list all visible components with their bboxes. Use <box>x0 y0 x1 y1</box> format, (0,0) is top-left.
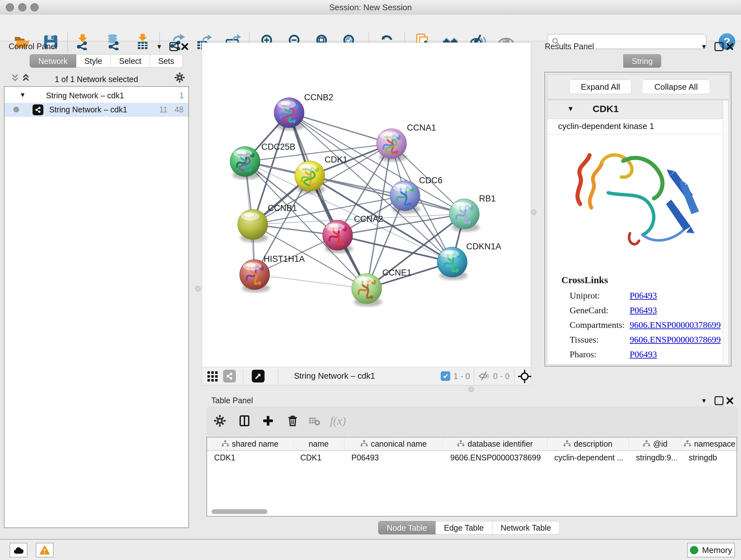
network-collection-row[interactable]: ▼ String Network – cdk1 1 <box>4 89 188 103</box>
table-panel-title: Table Panel <box>211 396 253 405</box>
import-table-file-icon[interactable] <box>133 33 152 51</box>
column-header-id[interactable]: @id <box>629 437 682 450</box>
node-label: CCNB1 <box>268 203 297 213</box>
column-header-namespace[interactable]: namespace <box>682 437 737 450</box>
network-options-gear-icon[interactable] <box>174 73 185 82</box>
results-panel-close-icon[interactable] <box>724 42 735 51</box>
string-network-icon <box>32 105 44 115</box>
network-node-cdc25b[interactable] <box>230 146 260 179</box>
tab-network-table[interactable]: Network Table <box>492 521 560 535</box>
grid-mode-icon[interactable] <box>207 371 218 383</box>
expand-all-button[interactable]: Expand All <box>569 79 631 94</box>
table-gear-icon[interactable] <box>211 412 229 430</box>
viewbar-separator <box>514 369 515 383</box>
control-panel-tabs: NetworkStyleSelectSets <box>30 54 183 68</box>
detach-view-icon[interactable] <box>252 370 265 382</box>
tab-node-table[interactable]: Node Table <box>378 521 435 535</box>
tab-sets[interactable]: Sets <box>150 54 183 68</box>
network-edge[interactable] <box>289 113 392 144</box>
crosslink-tissues-link[interactable]: 9606.ENSP00000378699 <box>630 334 721 345</box>
hidden-eye-icon[interactable] <box>478 371 490 382</box>
gene-name: CDK1 <box>593 104 619 114</box>
gene-collapse-arrow-icon[interactable]: ▼ <box>567 105 574 113</box>
crosslink-genecard-link[interactable]: P06493 <box>630 305 657 315</box>
delete-column-trash-icon[interactable] <box>284 412 301 430</box>
column-header-label: canonical name <box>371 439 427 449</box>
tree-column-icon <box>360 439 367 449</box>
tree-column-icon <box>563 439 570 449</box>
node-label: CDKN1A <box>466 242 501 251</box>
horizontal-scrollbar[interactable] <box>212 509 267 514</box>
results-panel-tabs: String <box>623 54 661 68</box>
network-edge[interactable] <box>338 235 452 262</box>
show-columns-icon[interactable] <box>235 412 253 430</box>
control-panel-undock-icon[interactable] <box>169 42 179 51</box>
crosslink-uniprot-link[interactable]: P06493 <box>630 291 657 300</box>
tab-select[interactable]: Select <box>111 54 150 68</box>
control-panel-close-icon[interactable] <box>179 42 190 51</box>
network-node-ccna2[interactable] <box>323 220 353 253</box>
column-header-label: name <box>309 439 329 449</box>
network-node-ccnb2[interactable] <box>274 98 305 131</box>
table-panel-undock-icon[interactable] <box>714 396 724 406</box>
crosslink-compartments-link[interactable]: 9606.ENSP00000378699 <box>630 320 721 330</box>
network-node-rb1[interactable] <box>449 199 480 232</box>
view-string-icon[interactable] <box>223 370 236 382</box>
collapse-all-button[interactable]: Collapse All <box>642 79 711 94</box>
node-label: CCNA1 <box>407 123 436 132</box>
tab-style[interactable]: Style <box>76 54 111 68</box>
network-node-cdc6[interactable] <box>390 181 420 213</box>
column-header-database-identifier[interactable]: database identifier <box>443 437 547 450</box>
column-header-canonical-name[interactable]: canonical name <box>344 437 443 450</box>
results-panel-undock-icon[interactable] <box>714 42 724 51</box>
memory-status-dot-icon <box>690 546 698 554</box>
node-label: RB1 <box>479 194 496 203</box>
import-network-database-icon[interactable] <box>104 33 123 51</box>
collection-expand-arrow-icon[interactable]: ▼ <box>19 91 26 99</box>
function-builder-icon[interactable]: f(x) <box>329 412 347 430</box>
network-selection-status: 1 of 1 Network selected <box>4 75 189 84</box>
tab-string[interactable]: String <box>623 54 661 68</box>
column-header-name[interactable]: name <box>293 437 344 450</box>
table-row[interactable]: CDK1CDK1P064939606.ENSP00000378699cyclin… <box>207 451 737 464</box>
control-panel-float-icon[interactable]: ▼ <box>154 42 165 51</box>
results-panel-float-icon[interactable]: ▼ <box>698 42 710 51</box>
network-node-cdkn1a[interactable] <box>437 247 468 280</box>
tab-edge-table[interactable]: Edge Table <box>435 521 492 535</box>
memory-button[interactable]: Memory <box>687 543 735 557</box>
network-canvas[interactable]: CCNB2CCNA1CDC25BCDK1CDC6RB1CCNB1CCNA2CDK… <box>202 43 531 367</box>
import-network-file-icon[interactable] <box>74 33 92 51</box>
column-header-label: @id <box>653 439 668 449</box>
add-column-icon[interactable] <box>259 412 277 430</box>
collection-label: String Network – cdk1 <box>46 91 124 100</box>
right-splitter-handle[interactable] <box>531 209 536 215</box>
network-node-ccne1[interactable] <box>352 273 382 307</box>
network-node-hist1h1a[interactable] <box>240 260 270 293</box>
left-splitter-handle[interactable] <box>195 286 201 292</box>
network-node-ccna1[interactable] <box>377 129 407 162</box>
column-header-shared-name[interactable]: shared name <box>207 437 293 450</box>
node-table: shared namenamecanonical namedatabase id… <box>206 437 737 516</box>
tab-network[interactable]: Network <box>30 54 76 68</box>
crosslinks-heading: CrossLinks <box>561 274 608 286</box>
warnings-button[interactable] <box>36 543 54 557</box>
main-toolbar: ? <box>0 15 741 41</box>
gene-header-row[interactable]: ▼ CDK1 <box>547 100 729 119</box>
network-node-ccnb1[interactable] <box>238 209 268 242</box>
crosslink-pharos-link[interactable]: P06493 <box>630 349 657 359</box>
bottom-splitter-handle[interactable] <box>468 387 474 392</box>
tree-column-icon <box>643 439 650 449</box>
table-panel-float-icon[interactable]: ▼ <box>698 396 710 406</box>
delete-table-icon[interactable] <box>306 412 323 430</box>
network-row-selected[interactable]: String Network – cdk1 11 48 <box>4 103 188 117</box>
network-edge[interactable] <box>255 274 367 289</box>
birds-eye-crosshair-icon[interactable] <box>518 370 531 384</box>
node-label: CDC25B <box>261 142 295 152</box>
cloud-status-button[interactable] <box>10 543 27 557</box>
column-header-description[interactable]: description <box>547 437 629 450</box>
selected-checkbox-icon[interactable] <box>441 371 450 381</box>
tree-column-icon <box>222 439 229 449</box>
results-scrollbar[interactable] <box>723 101 728 364</box>
table-panel-close-icon[interactable] <box>724 396 735 406</box>
network-node-cdk1[interactable] <box>295 161 325 194</box>
